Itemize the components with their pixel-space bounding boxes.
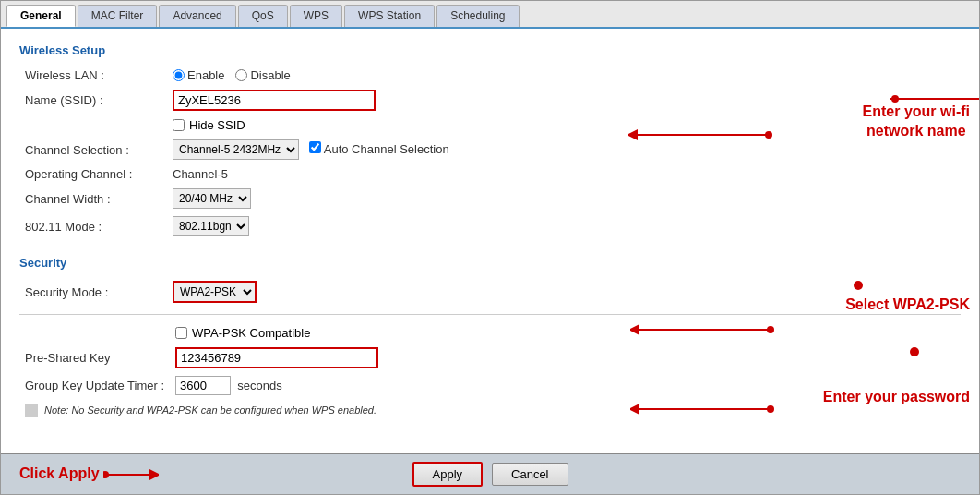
apply-button[interactable]: Apply [412, 462, 484, 487]
security-table: Security Mode : WPA2-PSK No Security WPA… [19, 277, 961, 307]
tab-wps-station[interactable]: WPS Station [344, 5, 435, 27]
channel-selection-select[interactable]: Channel-5 2432MHz [173, 139, 299, 160]
svg-point-13 [103, 471, 109, 478]
content-area: Wireless Setup Wireless LAN : Enable Dis… [1, 29, 979, 453]
wireless-setup-title: Wireless Setup [19, 43, 961, 57]
tab-advanced[interactable]: Advanced [159, 5, 235, 27]
security-title: Security [19, 256, 961, 270]
wpa-psk-compat-row: WPA-PSK Compatible [175, 326, 904, 340]
ssid-label: Name (SSID) : [19, 86, 167, 115]
mode-select[interactable]: 802.11bgn [173, 216, 249, 236]
group-key-unit: seconds [237, 379, 281, 392]
wpa-psk-compat-checkbox[interactable] [175, 327, 187, 339]
operating-channel-value: Channel-5 [167, 163, 900, 185]
group-key-input[interactable] [175, 376, 231, 395]
hide-ssid-row: Hide SSID [173, 118, 894, 132]
wireless-setup-table: Wireless LAN : Enable Disable [19, 65, 961, 240]
security-mode-select[interactable]: WPA2-PSK No Security WPA-PSK [173, 281, 257, 303]
divider-1 [19, 248, 961, 248]
wireless-lan-radio-group: Enable Disable [173, 68, 894, 82]
wireless-lan-label: Wireless LAN : [19, 65, 167, 86]
auto-channel-checkbox[interactable] [309, 141, 321, 153]
group-key-label: Group Key Update Timer : [19, 372, 170, 399]
channel-width-select[interactable]: 20/40 MHz [173, 188, 251, 209]
enable-radio-label[interactable]: Enable [173, 68, 224, 82]
hide-ssid-label: Hide SSID [189, 118, 245, 132]
hide-ssid-checkbox[interactable] [173, 119, 185, 131]
psk-table: WPA-PSK Compatible Pre-Shared Key Group … [19, 322, 961, 421]
enable-radio[interactable] [173, 69, 185, 81]
security-mode-label: Security Mode : [19, 277, 167, 307]
cancel-button[interactable]: Cancel [492, 463, 568, 486]
disable-radio-label[interactable]: Disable [235, 68, 290, 82]
tab-qos[interactable]: QoS [238, 5, 288, 27]
disable-label: Disable [250, 68, 290, 82]
annotation-wifi: Enter your wi-finetwork name [863, 103, 970, 141]
pre-shared-key-label: Pre-Shared Key [19, 344, 170, 372]
svg-point-1 [891, 95, 899, 103]
ssid-input[interactable] [173, 90, 376, 111]
pre-shared-key-input[interactable] [175, 347, 378, 368]
auto-channel-label: Auto Channel Selection [324, 142, 449, 156]
channel-width-label: Channel Width : [19, 185, 167, 212]
tab-wps[interactable]: WPS [290, 5, 342, 27]
wpa-dot [854, 281, 863, 290]
note-text: Note: No Security and WPA2-PSK can be co… [25, 404, 376, 416]
wpa-psk-compat-label: WPA-PSK Compatible [192, 326, 310, 340]
annotation-wpa: Select WPA2-PSK [845, 296, 970, 313]
annotation-pwd: Enter your password [823, 389, 970, 405]
tab-general[interactable]: General [6, 5, 76, 27]
apply-arrow [103, 465, 159, 484]
enable-label: Enable [187, 68, 224, 82]
tab-mac-filter[interactable]: MAC Filter [78, 5, 158, 27]
click-apply-label: Click Apply [19, 465, 159, 484]
mode-label: 802.11 Mode : [19, 212, 167, 240]
divider-2 [19, 314, 961, 315]
pwd-dot [910, 347, 919, 356]
disable-radio[interactable] [235, 69, 247, 81]
channel-selection-label: Channel Selection : [19, 136, 167, 163]
tab-scheduling[interactable]: Scheduling [436, 5, 519, 27]
tab-bar: General MAC Filter Advanced QoS WPS WPS … [1, 1, 979, 29]
footer: Click Apply Apply Cancel [1, 453, 979, 494]
operating-channel-label: Operating Channel : [19, 163, 167, 185]
